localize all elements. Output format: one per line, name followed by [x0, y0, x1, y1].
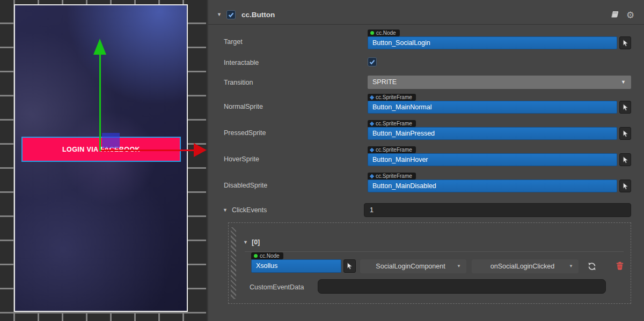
spriteframe-type-dot-icon [370, 147, 374, 152]
refresh-icon [587, 262, 597, 271]
gizmo-y-axis-line[interactable] [99, 54, 101, 151]
target-label: Target [224, 38, 243, 46]
gizmo-y-axis-arrow-icon[interactable] [93, 39, 106, 55]
event-0-refresh-button[interactable] [587, 262, 597, 271]
transition-label: Transition [224, 79, 253, 86]
drag-handle-stripes[interactable] [231, 227, 236, 299]
cursor-picker-icon [623, 156, 628, 163]
gizmo-x-axis-line[interactable] [100, 150, 195, 151]
interactable-checkbox[interactable] [368, 57, 377, 66]
disabled-sprite-field[interactable]: Button_MainDisabled [368, 180, 617, 192]
spriteframe-type-dot-icon [370, 95, 374, 99]
spriteframe-type-dot-icon [370, 174, 374, 178]
cursor-picker-icon [623, 104, 628, 111]
disabled-sprite-picker-button[interactable] [619, 180, 631, 192]
custom-event-data-label: CustomEventData [250, 283, 304, 291]
normal-sprite-type-tag: cc.SpriteFrame [368, 94, 416, 101]
event-0-delete-button[interactable] [616, 262, 624, 270]
normal-sprite-label: NormalSprite [224, 103, 263, 110]
cursor-picker-icon [623, 130, 628, 137]
node-type-dot-icon [370, 31, 374, 35]
chevron-down-icon: ▼ [569, 259, 573, 273]
cocos-editor-window: LOGIN VIA FACEBOOK ▼ cc.Button ⚙ Target … [0, 0, 644, 321]
component-title: cc.Button [241, 11, 275, 19]
checkmark-icon [369, 59, 375, 65]
trash-icon [616, 262, 624, 270]
gizmo-x-axis-arrow-icon[interactable] [194, 143, 207, 157]
cursor-picker-icon [623, 183, 628, 190]
event-0-node-field[interactable]: Xsollus [251, 259, 341, 273]
event-0-collapse-icon[interactable]: ▼ [243, 240, 248, 245]
gizmo-xy-plane-handle[interactable] [102, 133, 120, 148]
click-events-list-box: ▼ [0] cc.Node Xsollus SocialLoginCompone… [228, 222, 631, 304]
cursor-picker-icon [347, 263, 353, 270]
pressed-sprite-field[interactable]: Button_MainPressed [368, 127, 617, 140]
target-type-tag: cc.Node [368, 29, 400, 36]
click-events-label: ClickEvents [232, 206, 267, 214]
pressed-sprite-picker-button[interactable] [619, 127, 631, 140]
event-0-divider [245, 251, 624, 252]
event-0-index-label: [0] [252, 238, 260, 246]
header-divider [208, 24, 644, 25]
spriteframe-type-dot-icon [370, 121, 374, 125]
event-0-node-type-tag: cc.Node [251, 252, 283, 259]
interactable-label: Interactable [224, 59, 259, 66]
chevron-down-icon: ▼ [457, 259, 461, 273]
hover-sprite-label: HoverSprite [224, 155, 259, 163]
inspector-panel: ▼ cc.Button ⚙ Target cc.Node Button_Soci… [208, 0, 644, 321]
chevron-down-icon: ▼ [621, 76, 626, 89]
hover-sprite-picker-button[interactable] [619, 153, 631, 166]
transition-dropdown[interactable]: SPRITE ▼ [368, 76, 631, 89]
click-events-collapse-icon[interactable]: ▼ [223, 208, 228, 213]
gear-icon[interactable]: ⚙ [626, 10, 634, 20]
scene-view[interactable]: LOGIN VIA FACEBOOK [0, 0, 208, 321]
node-type-dot-icon [254, 254, 258, 258]
normal-sprite-picker-button[interactable] [619, 101, 631, 114]
hover-sprite-type-tag: cc.SpriteFrame [368, 146, 416, 153]
custom-event-data-input[interactable] [318, 279, 606, 294]
pressed-sprite-label: PressedSprite [224, 129, 266, 137]
checkmark-icon [228, 12, 234, 18]
target-picker-button[interactable] [619, 36, 631, 49]
event-0-node-picker-button[interactable] [343, 259, 356, 273]
target-node-field[interactable]: Button_SocialLogin [368, 36, 617, 49]
cursor-picker-icon [623, 40, 628, 47]
event-0-component-dropdown[interactable]: SocialLoginComponent ▼ [360, 259, 466, 273]
docs-book-icon[interactable] [610, 10, 620, 21]
disabled-sprite-label: DisabledSprite [224, 182, 267, 189]
pressed-sprite-type-tag: cc.SpriteFrame [368, 120, 416, 127]
event-0-handler-dropdown[interactable]: onSocialLoginClicked ▼ [472, 259, 579, 273]
click-events-count-input[interactable]: 1 [364, 203, 631, 217]
hover-sprite-field[interactable]: Button_MainHover [368, 153, 617, 166]
disabled-sprite-type-tag: cc.SpriteFrame [368, 173, 416, 180]
component-enabled-checkbox[interactable] [226, 10, 236, 19]
component-collapse-icon[interactable]: ▼ [217, 12, 222, 17]
normal-sprite-field[interactable]: Button_MainNormal [368, 101, 617, 114]
